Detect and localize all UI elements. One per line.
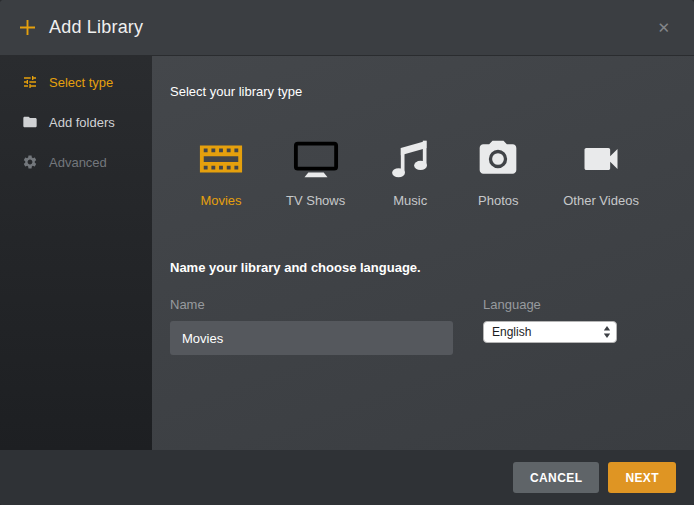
tv-icon — [293, 137, 339, 181]
library-type-tv-shows[interactable]: TV Shows — [286, 137, 345, 208]
library-type-music[interactable]: Music — [387, 137, 433, 208]
language-select[interactable]: English — [483, 321, 617, 343]
dialog-title: Add Library — [49, 17, 143, 38]
plus-icon — [20, 20, 35, 35]
library-type-label: Movies — [200, 193, 241, 208]
add-library-dialog: Add Library ✕ Select type Add folders — [0, 0, 694, 505]
film-strip-icon — [198, 137, 244, 181]
sidebar-item-advanced[interactable]: Advanced — [0, 142, 152, 182]
name-section-title: Name your library and choose language. — [170, 260, 674, 275]
name-language-form: Name Language English — [170, 297, 674, 355]
close-icon[interactable]: ✕ — [653, 16, 674, 39]
main-panel: Select your library type Movies TV Shows — [152, 56, 694, 450]
sidebar-item-select-type[interactable]: Select type — [0, 62, 152, 102]
language-label: Language — [483, 297, 623, 312]
library-type-other-videos[interactable]: Other Videos — [563, 137, 639, 208]
library-type-photos[interactable]: Photos — [475, 137, 521, 208]
dialog-header: Add Library ✕ — [0, 0, 694, 56]
sidebar-item-label: Advanced — [49, 155, 107, 170]
type-section-title: Select your library type — [170, 84, 674, 99]
library-name-input[interactable] — [170, 321, 453, 355]
cancel-button[interactable]: CANCEL — [513, 462, 599, 493]
library-type-list: Movies TV Shows Music — [170, 137, 674, 208]
sidebar-item-label: Add folders — [49, 115, 115, 130]
camera-icon — [475, 137, 521, 181]
gear-icon — [22, 154, 38, 170]
tune-icon — [22, 74, 38, 90]
folder-icon — [22, 114, 38, 130]
select-arrows-icon — [603, 326, 611, 338]
library-type-label: Other Videos — [563, 193, 639, 208]
library-type-label: Photos — [478, 193, 518, 208]
sidebar-item-label: Select type — [49, 75, 113, 90]
video-camera-icon — [578, 137, 624, 181]
library-type-label: TV Shows — [286, 193, 345, 208]
music-note-icon — [387, 137, 433, 181]
sidebar-item-add-folders[interactable]: Add folders — [0, 102, 152, 142]
sidebar: Select type Add folders Advanced — [0, 56, 152, 450]
library-type-movies[interactable]: Movies — [198, 137, 244, 208]
next-button[interactable]: NEXT — [608, 462, 676, 493]
dialog-footer: CANCEL NEXT — [0, 450, 694, 505]
library-type-label: Music — [393, 193, 427, 208]
language-select-value: English — [492, 325, 531, 339]
name-label: Name — [170, 297, 453, 312]
